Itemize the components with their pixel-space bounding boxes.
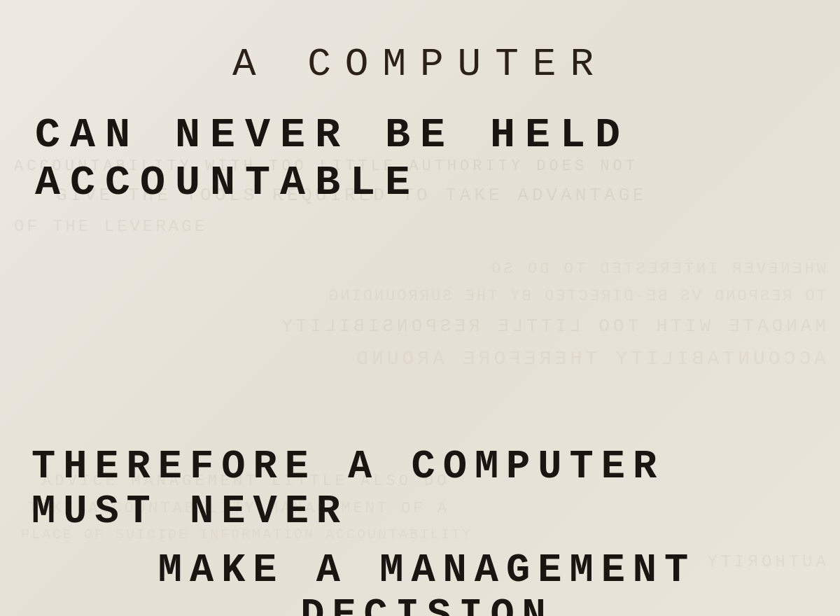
headline-line-1: A COMPUTER: [28, 42, 812, 87]
headline-line-3: THEREFORE A COMPUTER MUST NEVER: [28, 444, 812, 534]
main-content: A COMPUTER CAN NEVER BE HELD ACCOUNTABLE…: [0, 42, 840, 616]
text-make-decision: MAKE A MANAGEMENT DECISION: [158, 548, 696, 616]
text-a-computer: A COMPUTER: [232, 42, 608, 87]
text-can-never: CAN NEVER BE HELD ACCOUNTABLE: [35, 111, 630, 206]
headline-line-4: MAKE A MANAGEMENT DECISION: [28, 548, 812, 616]
ghost-spacer: [28, 227, 812, 444]
text-therefore: THEREFORE A COMPUTER MUST NEVER: [31, 444, 664, 534]
headline-line-2: CAN NEVER BE HELD ACCOUNTABLE: [28, 111, 812, 206]
page: ACCOUNTABILITY WITH TOO LITTLE AUTHORITY…: [0, 0, 840, 616]
